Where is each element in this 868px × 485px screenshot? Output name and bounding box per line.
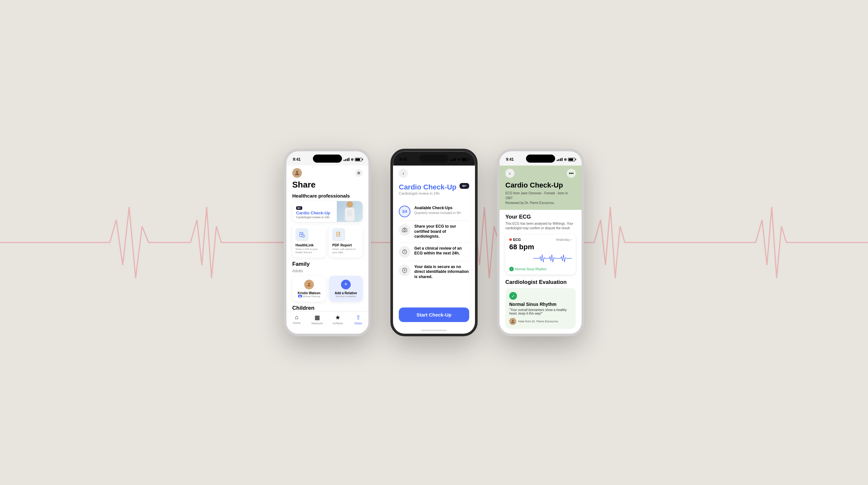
doctor-note-text: Note from Dr. Pierre Escourrou — [518, 320, 558, 323]
cardio-banner-content: W+ Cardio Check-Up Cardiologist review i… — [292, 202, 337, 222]
share-label: Share — [354, 322, 362, 325]
w-plus-badge-2: W+ — [460, 183, 469, 189]
wifi-icon-3: ⊜ — [564, 158, 567, 162]
measure-icon: ▦ — [314, 314, 320, 321]
clinical-title: Get a clinical review of an ECG within t… — [414, 246, 469, 256]
ecg-note: This ECG has been analysed by Withings. … — [505, 222, 576, 231]
phone-3: 9:41 ⊜ ‹ ••• — [497, 149, 584, 336]
green-check-icon: ✓ — [509, 267, 514, 271]
data-security-item: Your data is secure as no direct identif… — [399, 261, 469, 283]
phone-1: 9:41 ⊜ ⚙ — [284, 149, 371, 336]
svg-point-16 — [404, 269, 405, 270]
pdf-card[interactable]: PDF Report Share .pdf extract of your da… — [329, 225, 363, 258]
time-3: 9:41 — [506, 157, 514, 162]
cardio-heading: Cardio Check-Up Cardiologist review in 2… — [399, 183, 469, 201]
battery-2 — [461, 158, 469, 161]
signal-bars-2 — [450, 158, 456, 161]
share-ecg-text: Share your ECG to our certified board of… — [414, 224, 469, 239]
eval-doctor-row: Note from Dr. Pierre Escourrou — [509, 318, 572, 325]
family-title: Family — [292, 261, 363, 267]
start-checkup-button[interactable]: Start Check-Up — [399, 308, 469, 322]
cardio-screen: ‹ Cardio Check-Up Cardiologist review in… — [393, 166, 475, 334]
home-label: Home — [293, 321, 301, 325]
measure-label: Measure — [312, 322, 323, 325]
dynamic-island-1 — [313, 154, 342, 163]
battery-3 — [568, 158, 575, 161]
share-icon: ⇪ — [356, 314, 361, 321]
user-avatar[interactable] — [292, 168, 302, 178]
security-text: Your data is secure as no direct identif… — [414, 264, 469, 280]
svg-point-18 — [512, 320, 514, 321]
status-icons-2: ⊜ — [450, 158, 469, 162]
back-button-3[interactable]: ‹ — [505, 169, 515, 178]
result-header-top: ‹ ••• — [505, 169, 576, 178]
ecg-label: ECG — [509, 238, 521, 241]
cardio-checkup-banner[interactable]: W+ Cardio Check-Up Cardiologist review i… — [292, 201, 363, 222]
healthlink-card[interactable]: HealthLink Share a link to your Health R… — [292, 225, 326, 258]
security-title: Your data is secure as no direct identif… — [414, 264, 469, 280]
mutual-icon — [298, 295, 302, 297]
status-icons-1: ⊜ — [344, 158, 362, 162]
ecg-waveform — [509, 253, 572, 265]
children-title: Children — [286, 302, 368, 311]
eval-card: ✓ Normal Sinus Rhythm "Your overall biom… — [505, 288, 576, 329]
more-options-button[interactable]: ••• — [567, 169, 576, 178]
share-ecg-item: Share your ECG to our certified board of… — [399, 221, 469, 243]
clinical-review-text: Get a clinical review of an ECG within t… — [414, 246, 469, 256]
w-plus-badge: W+ — [296, 206, 302, 210]
result-header: ‹ ••• Cardio Check-Up ECG from Jane Dono… — [500, 166, 582, 210]
family-members-row: Kristin Watson Mutual Sharing + Add a Re… — [292, 276, 363, 302]
achieve-label: Achieve — [333, 322, 343, 325]
svg-point-14 — [404, 230, 405, 231]
phones-container: 9:41 ⊜ ⚙ — [284, 149, 584, 336]
family-section: Family Adults Kristin Watson — [286, 261, 368, 302]
meta-line2: Reviewed by Dr. Pierre Escourrou — [505, 201, 554, 205]
available-title: Available Check-Ups — [414, 206, 461, 211]
achieve-icon: ★ — [335, 314, 340, 321]
result-meta: ECG from Jane Donovan - Female - born in… — [505, 191, 576, 205]
add-relative-btn[interactable]: + — [341, 280, 351, 289]
settings-icon[interactable]: ⚙ — [355, 169, 363, 177]
nav-measure[interactable]: ▦ Measure — [307, 314, 328, 325]
ecg-bpm: 68 bpm — [509, 243, 572, 251]
kristin-watson-card[interactable]: Kristin Watson Mutual Sharing — [292, 276, 326, 302]
time-2: 9:41 — [399, 157, 407, 162]
cardio-banner-image — [337, 201, 363, 222]
healthcare-section-title: Healthcare professionals — [286, 193, 368, 201]
pdf-title: PDF Report — [332, 243, 360, 247]
back-button-2[interactable]: ‹ — [399, 169, 408, 178]
meta-line1: ECG from Jane Donovan - Female - born in… — [505, 192, 568, 200]
status-icons-3: ⊜ — [557, 158, 575, 162]
share-screen: ⚙ Share Healthcare professionals W+ Card… — [286, 166, 368, 334]
add-relative-card[interactable]: + Add a Relative Send an invitation — [329, 276, 363, 302]
nav-home[interactable]: ⌂ Home — [286, 314, 307, 325]
ecg-card-top: ECG Yesterday › — [509, 238, 572, 241]
eval-quote: "Your overall biomarkers show a healthy … — [509, 308, 572, 315]
svg-rect-2 — [347, 210, 352, 216]
mutual-label: Mutual Sharing — [303, 295, 320, 298]
ecg-data-card[interactable]: ECG Yesterday › 68 bpm — [505, 234, 576, 275]
eval-diagnosis: Normal Sinus Rhythm — [509, 302, 572, 307]
nav-achieve[interactable]: ★ Achieve — [328, 314, 348, 325]
cardio-main-content: Cardio Check-Up Cardiologist review in 2… — [393, 180, 475, 308]
add-sub-text: Send an invitation — [336, 295, 356, 298]
cardio-banner-sub: Cardiologist review in 24h — [296, 216, 333, 219]
available-sub: Quarterly reviews included in W+ — [414, 211, 461, 215]
kristin-sub: Mutual Sharing — [298, 295, 320, 298]
ecg-time: Yesterday › — [556, 238, 572, 241]
dynamic-island-2 — [420, 154, 448, 163]
doctor-avatar — [509, 318, 516, 325]
checkup-items-list: 3/4 Available Check-Ups Quarterly review… — [399, 202, 469, 283]
kristin-name: Kristin Watson — [298, 291, 320, 295]
healthlink-sub: Share a link to your Health Record — [296, 248, 322, 254]
healthlink-title: HealthLink — [296, 243, 322, 247]
result-body: Your ECG This ECG has been analysed by W… — [500, 210, 582, 334]
nav-share[interactable]: ⇪ Share — [348, 314, 369, 325]
pdf-sub: Share .pdf extract of your data — [332, 248, 360, 254]
add-sub: Send an invitation — [336, 295, 356, 298]
checkup-count: 3/4 — [399, 206, 410, 217]
home-icon: ⌂ — [295, 314, 299, 321]
adults-label: Adults — [292, 269, 363, 273]
phone-2-content: ‹ Cardio Check-Up Cardiologist review in… — [393, 166, 475, 334]
phone-3-content: ‹ ••• Cardio Check-Up ECG from Jane Dono… — [500, 166, 582, 334]
